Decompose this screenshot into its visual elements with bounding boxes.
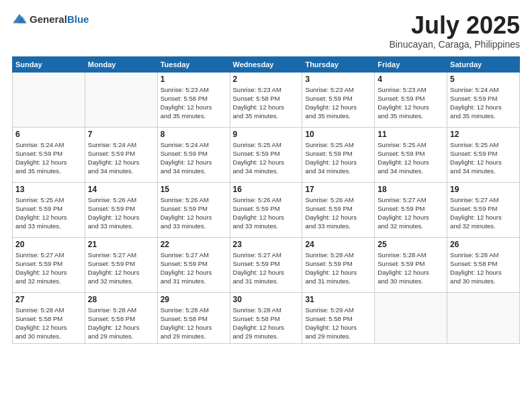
day-info: Sunrise: 5:26 AM Sunset: 5:59 PM Dayligh… — [305, 195, 371, 231]
day-info: Sunrise: 5:25 AM Sunset: 5:59 PM Dayligh… — [15, 195, 82, 231]
calendar-week-row: 13Sunrise: 5:25 AM Sunset: 5:59 PM Dayli… — [13, 182, 520, 237]
calendar-cell: 12Sunrise: 5:25 AM Sunset: 5:59 PM Dayli… — [447, 127, 520, 182]
day-number: 24 — [305, 240, 371, 249]
day-info: Sunrise: 5:23 AM Sunset: 5:59 PM Dayligh… — [378, 85, 444, 121]
calendar-cell: 2Sunrise: 5:23 AM Sunset: 5:58 PM Daylig… — [230, 72, 302, 127]
calendar-cell: 22Sunrise: 5:27 AM Sunset: 5:59 PM Dayli… — [157, 237, 230, 292]
calendar-cell: 19Sunrise: 5:27 AM Sunset: 5:59 PM Dayli… — [447, 182, 520, 237]
day-number: 6 — [15, 130, 82, 139]
calendar-cell: 7Sunrise: 5:24 AM Sunset: 5:59 PM Daylig… — [85, 127, 157, 182]
calendar-cell: 27Sunrise: 5:28 AM Sunset: 5:58 PM Dayli… — [13, 292, 85, 343]
day-info: Sunrise: 5:24 AM Sunset: 5:59 PM Dayligh… — [161, 140, 227, 176]
day-info: Sunrise: 5:26 AM Sunset: 5:59 PM Dayligh… — [161, 195, 227, 231]
calendar-cell: 23Sunrise: 5:27 AM Sunset: 5:59 PM Dayli… — [230, 237, 302, 292]
day-info: Sunrise: 5:27 AM Sunset: 5:59 PM Dayligh… — [450, 195, 517, 231]
day-number: 23 — [233, 240, 300, 249]
calendar-cell: 25Sunrise: 5:28 AM Sunset: 5:59 PM Dayli… — [375, 237, 447, 292]
day-number: 5 — [450, 75, 517, 84]
calendar-week-row: 27Sunrise: 5:28 AM Sunset: 5:58 PM Dayli… — [13, 292, 520, 343]
day-info: Sunrise: 5:24 AM Sunset: 5:59 PM Dayligh… — [88, 140, 154, 176]
calendar-cell: 18Sunrise: 5:27 AM Sunset: 5:59 PM Dayli… — [375, 182, 447, 237]
calendar-cell: 4Sunrise: 5:23 AM Sunset: 5:59 PM Daylig… — [375, 72, 447, 127]
calendar-cell: 16Sunrise: 5:26 AM Sunset: 5:59 PM Dayli… — [230, 182, 302, 237]
day-number: 19 — [450, 185, 517, 194]
day-info: Sunrise: 5:27 AM Sunset: 5:59 PM Dayligh… — [378, 195, 444, 231]
day-number: 20 — [15, 240, 82, 249]
weekday-header: Friday — [375, 56, 447, 72]
calendar-cell: 9Sunrise: 5:25 AM Sunset: 5:59 PM Daylig… — [230, 127, 302, 182]
calendar-cell: 13Sunrise: 5:25 AM Sunset: 5:59 PM Dayli… — [13, 182, 85, 237]
calendar-cell: 5Sunrise: 5:24 AM Sunset: 5:59 PM Daylig… — [447, 72, 520, 127]
day-number: 16 — [233, 185, 300, 194]
location: Binucayan, Caraga, Philippines — [389, 39, 520, 50]
calendar-week-row: 6Sunrise: 5:24 AM Sunset: 5:59 PM Daylig… — [13, 127, 520, 182]
calendar-cell — [13, 72, 85, 127]
day-number: 27 — [15, 295, 82, 304]
calendar-cell: 28Sunrise: 5:28 AM Sunset: 5:58 PM Dayli… — [85, 292, 157, 343]
calendar-cell: 15Sunrise: 5:26 AM Sunset: 5:59 PM Dayli… — [157, 182, 230, 237]
calendar-week-row: 1Sunrise: 5:23 AM Sunset: 5:58 PM Daylig… — [13, 72, 520, 127]
day-number: 9 — [233, 130, 300, 139]
logo: GeneralBlue — [12, 12, 89, 27]
day-number: 10 — [305, 130, 371, 139]
calendar-cell — [375, 292, 447, 343]
calendar-cell: 11Sunrise: 5:25 AM Sunset: 5:59 PM Dayli… — [375, 127, 447, 182]
day-number: 22 — [161, 240, 227, 249]
day-number: 18 — [378, 185, 444, 194]
day-info: Sunrise: 5:27 AM Sunset: 5:59 PM Dayligh… — [15, 250, 82, 286]
day-info: Sunrise: 5:28 AM Sunset: 5:58 PM Dayligh… — [88, 306, 154, 341]
weekday-header: Saturday — [447, 56, 520, 72]
month-title: July 2025 — [389, 12, 520, 39]
calendar-cell: 30Sunrise: 5:28 AM Sunset: 5:58 PM Dayli… — [230, 292, 302, 343]
day-info: Sunrise: 5:28 AM Sunset: 5:58 PM Dayligh… — [450, 250, 517, 286]
logo-icon — [12, 12, 27, 27]
logo-general: GeneralBlue — [30, 13, 89, 26]
day-info: Sunrise: 5:23 AM Sunset: 5:59 PM Dayligh… — [305, 85, 371, 121]
weekday-header: Sunday — [13, 56, 85, 72]
day-number: 31 — [305, 295, 371, 304]
day-info: Sunrise: 5:27 AM Sunset: 5:59 PM Dayligh… — [88, 250, 154, 286]
day-number: 1 — [161, 75, 227, 84]
day-info: Sunrise: 5:28 AM Sunset: 5:58 PM Dayligh… — [15, 306, 82, 341]
day-number: 3 — [305, 75, 371, 84]
day-info: Sunrise: 5:25 AM Sunset: 5:59 PM Dayligh… — [233, 140, 300, 176]
day-info: Sunrise: 5:27 AM Sunset: 5:59 PM Dayligh… — [161, 250, 227, 286]
day-info: Sunrise: 5:28 AM Sunset: 5:58 PM Dayligh… — [233, 306, 300, 341]
calendar-cell: 26Sunrise: 5:28 AM Sunset: 5:58 PM Dayli… — [447, 237, 520, 292]
day-number: 2 — [233, 75, 300, 84]
day-number: 7 — [88, 130, 154, 139]
calendar-cell: 1Sunrise: 5:23 AM Sunset: 5:58 PM Daylig… — [157, 72, 230, 127]
day-info: Sunrise: 5:24 AM Sunset: 5:59 PM Dayligh… — [450, 85, 517, 121]
day-info: Sunrise: 5:23 AM Sunset: 5:58 PM Dayligh… — [161, 85, 227, 121]
day-info: Sunrise: 5:29 AM Sunset: 5:58 PM Dayligh… — [305, 306, 371, 341]
title-section: July 2025 Binucayan, Caraga, Philippines — [389, 12, 520, 50]
calendar-cell: 14Sunrise: 5:26 AM Sunset: 5:59 PM Dayli… — [85, 182, 157, 237]
day-number: 13 — [15, 185, 82, 194]
day-number: 25 — [378, 240, 444, 249]
calendar-cell: 8Sunrise: 5:24 AM Sunset: 5:59 PM Daylig… — [157, 127, 230, 182]
day-number: 26 — [450, 240, 517, 249]
day-info: Sunrise: 5:28 AM Sunset: 5:59 PM Dayligh… — [305, 250, 371, 286]
calendar-cell: 10Sunrise: 5:25 AM Sunset: 5:59 PM Dayli… — [302, 127, 375, 182]
day-info: Sunrise: 5:25 AM Sunset: 5:59 PM Dayligh… — [450, 140, 517, 176]
day-number: 8 — [161, 130, 227, 139]
weekday-header: Wednesday — [230, 56, 302, 72]
day-info: Sunrise: 5:25 AM Sunset: 5:59 PM Dayligh… — [305, 140, 371, 176]
day-number: 30 — [233, 295, 300, 304]
calendar-cell: 31Sunrise: 5:29 AM Sunset: 5:58 PM Dayli… — [302, 292, 375, 343]
calendar-cell: 21Sunrise: 5:27 AM Sunset: 5:59 PM Dayli… — [85, 237, 157, 292]
calendar-cell — [447, 292, 520, 343]
calendar-cell — [85, 72, 157, 127]
calendar-cell: 20Sunrise: 5:27 AM Sunset: 5:59 PM Dayli… — [13, 237, 85, 292]
day-number: 4 — [378, 75, 444, 84]
day-info: Sunrise: 5:28 AM Sunset: 5:58 PM Dayligh… — [161, 306, 227, 341]
day-number: 11 — [378, 130, 444, 139]
weekday-header: Thursday — [302, 56, 375, 72]
calendar-table: SundayMondayTuesdayWednesdayThursdayFrid… — [12, 56, 520, 344]
day-number: 21 — [88, 240, 154, 249]
day-number: 15 — [161, 185, 227, 194]
day-info: Sunrise: 5:26 AM Sunset: 5:59 PM Dayligh… — [88, 195, 154, 231]
day-number: 28 — [88, 295, 154, 304]
day-info: Sunrise: 5:28 AM Sunset: 5:59 PM Dayligh… — [378, 250, 444, 286]
day-info: Sunrise: 5:27 AM Sunset: 5:59 PM Dayligh… — [233, 250, 300, 286]
